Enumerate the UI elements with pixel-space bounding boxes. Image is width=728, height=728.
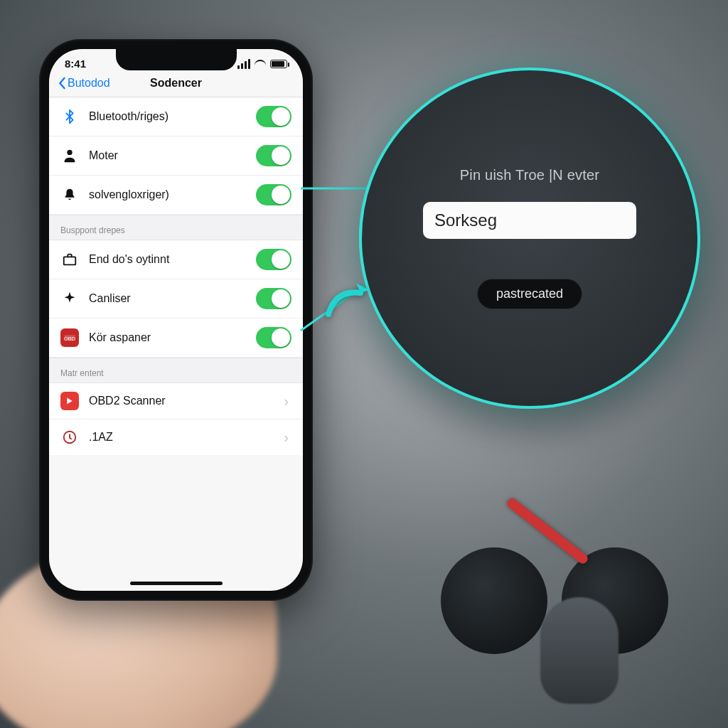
section-header: Busppont drepes — [49, 215, 303, 240]
chevron-left-icon — [58, 77, 66, 90]
sparkle-icon — [60, 289, 79, 308]
obd-dongle — [540, 597, 619, 704]
wifi-icon — [255, 60, 266, 68]
section-header: Matr entent — [49, 358, 303, 383]
row-canliser[interactable]: Canliser — [49, 279, 303, 318]
toggle-switch[interactable] — [256, 106, 291, 127]
row-label: End do's oytinnt — [89, 253, 246, 266]
row-obd2-scanner[interactable]: OBD2 Scanner › — [49, 383, 303, 419]
battery-icon — [270, 60, 287, 68]
phone-screen: 8:41 Butodod Sodencer — [49, 49, 303, 591]
dashboard-knob — [441, 547, 547, 654]
cell-signal-icon — [237, 59, 250, 69]
row-solveng[interactable]: solvengloxriger) — [49, 176, 303, 215]
phone-notch — [116, 49, 237, 70]
row-label: Bluetooth/riges) — [89, 110, 246, 123]
person-icon — [60, 146, 79, 165]
svg-text:OBD: OBD — [64, 336, 75, 342]
toggle-switch[interactable] — [256, 145, 291, 166]
nav-bar: Butodod Sodencer — [49, 73, 303, 97]
svg-point-0 — [67, 150, 72, 155]
home-indicator[interactable] — [130, 582, 223, 585]
bell-icon — [60, 186, 79, 204]
row-label: OBD2 Scanner — [89, 395, 274, 407]
briefcase-icon — [60, 250, 79, 269]
row-label: Kör aspaner — [89, 331, 246, 344]
obd2-app-icon — [60, 392, 79, 410]
scene-root: 8:41 Butodod Sodencer — [0, 0, 728, 728]
pair-button[interactable]: pastrecated — [477, 279, 582, 309]
settings-list: Bluetooth/riges) Moter solvengloxriger) — [49, 97, 303, 455]
pin-entry-callout: Pin uish Troe |N evter pastrecated — [359, 68, 700, 409]
pin-input[interactable] — [423, 202, 636, 239]
row-label: solvengloxriger) — [89, 188, 246, 201]
row-bluetooth[interactable]: Bluetooth/riges) — [49, 97, 303, 136]
row-az[interactable]: .1AZ › — [49, 419, 303, 455]
row-enddos[interactable]: End do's oytinnt — [49, 240, 303, 279]
bluetooth-icon — [60, 107, 79, 126]
phone-frame: 8:41 Butodod Sodencer — [39, 39, 313, 601]
chevron-right-icon: › — [284, 393, 291, 410]
back-button[interactable]: Butodod — [58, 77, 110, 90]
toggle-switch[interactable] — [256, 327, 291, 348]
pin-prompt-label: Pin uish Troe |N evter — [460, 167, 599, 183]
row-label: Moter — [89, 149, 246, 162]
row-kor[interactable]: OBD Kör aspaner — [49, 318, 303, 358]
svg-rect-1 — [64, 257, 76, 264]
row-label: Canliser — [89, 292, 246, 305]
status-time: 8:41 — [65, 58, 86, 70]
badge-icon: OBD — [60, 328, 79, 347]
row-moter[interactable]: Moter — [49, 136, 303, 176]
back-label: Butodod — [68, 77, 110, 90]
toggle-switch[interactable] — [256, 249, 291, 270]
row-label: .1AZ — [89, 431, 274, 444]
callout-arrow-icon — [321, 279, 371, 331]
toggle-switch[interactable] — [256, 184, 291, 205]
page-title: Sodencer — [150, 77, 202, 90]
az-app-icon — [60, 428, 79, 446]
toggle-switch[interactable] — [256, 288, 291, 309]
chevron-right-icon: › — [284, 429, 291, 446]
